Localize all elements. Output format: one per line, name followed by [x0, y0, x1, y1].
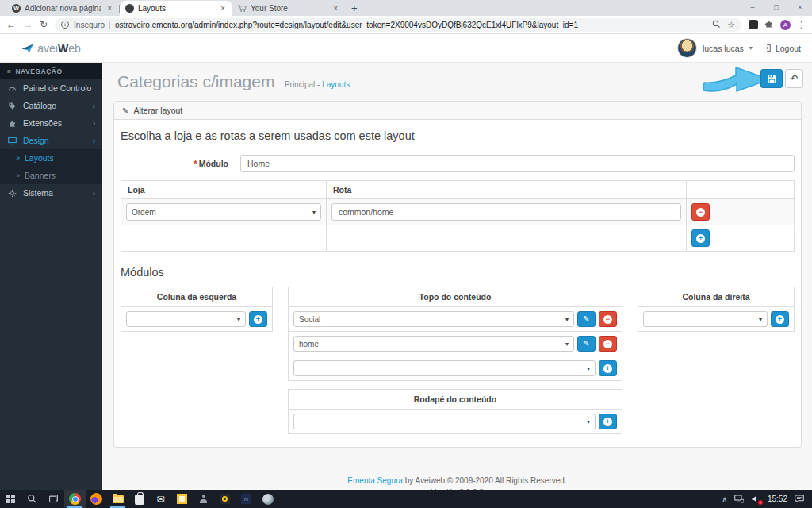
minimize-button[interactable]: – [741, 0, 764, 14]
sidebar-item-painel[interactable]: Painel de Controlo [0, 79, 102, 97]
browser-menu-icon[interactable]: ⋮ [797, 20, 806, 30]
remove-module-button[interactable]: − [599, 336, 617, 352]
forward-icon[interactable]: → [23, 19, 33, 30]
back-button[interactable]: ↶ [785, 69, 803, 88]
app-logo[interactable]: aveiWeb [0, 34, 102, 63]
page-header: Categorias c/imagem Principal - Layouts [102, 63, 812, 99]
taskbar-search-button[interactable] [21, 490, 43, 508]
loja-select[interactable]: Ordem ▾ [126, 203, 321, 221]
network-icon[interactable] [734, 495, 744, 503]
close-button[interactable]: × [788, 0, 812, 14]
task-view-button[interactable] [43, 490, 64, 508]
tab-wordpress[interactable]: W Adicionar nova página - ementa × [6, 1, 119, 16]
sidebar-item-layouts[interactable]: » Layouts [0, 149, 102, 167]
top-module-select-1[interactable]: Social ▾ [293, 311, 574, 327]
sidebar-item-design[interactable]: Design › [0, 132, 102, 149]
browser-profile-avatar[interactable]: A [780, 20, 791, 30]
start-button[interactable] [0, 490, 21, 508]
panel-body: Escolha a loja e as rotas a serem usadas… [114, 120, 801, 447]
sidebar-item-sistema[interactable]: Sistema › [0, 184, 102, 202]
breadcrumb-current[interactable]: Layouts [322, 80, 350, 89]
back-icon[interactable]: ← [6, 19, 16, 30]
modulo-label: *Módulo [121, 159, 228, 168]
sidebar-item-label: Extensões [23, 118, 62, 128]
wordpress-icon: W [12, 4, 21, 13]
sidebar-item-label: Design [23, 136, 49, 145]
address-bar[interactable]: i Inseguro ostraveiro.ementa.org/admin/i… [55, 18, 741, 32]
screen: W Adicionar nova página - ementa × Layou… [0, 0, 812, 508]
taskbar-dark-app-button[interactable]: rs [236, 490, 257, 508]
sub-arrow-icon: » [16, 154, 20, 162]
breadcrumb: Principal - Layouts [285, 80, 350, 89]
new-tab-button[interactable]: + [351, 2, 358, 14]
edit-module-button[interactable]: ✎ [577, 311, 596, 327]
content-bottom-table: Rodapé do conteúdo ▾ + [288, 389, 622, 434]
tab-close-icon[interactable]: × [219, 4, 227, 13]
tab-close-icon[interactable]: × [331, 4, 339, 13]
app-header: lucas lucas ▾ Logout [102, 34, 812, 63]
maximize-button[interactable]: □ [764, 0, 788, 14]
remove-module-button[interactable]: − [599, 311, 617, 327]
notification-center-icon[interactable] [795, 495, 804, 503]
taskbar-disc-button[interactable] [214, 490, 236, 508]
extension-icon[interactable] [749, 20, 758, 29]
taskbar-store-button[interactable] [128, 490, 150, 508]
reload-icon[interactable]: ↻ [40, 19, 48, 30]
section-heading: Escolha a loja e as rotas a serem usadas… [121, 129, 796, 142]
browser-tabbar: W Adicionar nova página - ementa × Layou… [0, 0, 812, 16]
add-route-button[interactable]: + [691, 229, 710, 247]
bottom-module-select[interactable]: ▾ [293, 414, 596, 429]
windows-logo-icon [6, 495, 15, 503]
taskbar-people-button[interactable] [193, 490, 214, 508]
add-right-module-button[interactable]: + [771, 311, 789, 327]
zoom-icon[interactable] [712, 18, 721, 32]
chevron-right-icon: › [93, 189, 95, 198]
taskbar-explorer-button[interactable] [107, 490, 128, 508]
tray-expand-icon[interactable]: ∧ [722, 495, 727, 503]
sticky-note-icon [177, 494, 187, 504]
top-module-select-3[interactable]: ▾ [293, 360, 596, 376]
tab-layouts[interactable]: Layouts × [120, 1, 232, 16]
panel-title: Alterar layout [133, 106, 182, 115]
tab-title: Adicionar nova página - ementa [25, 4, 102, 13]
toolbar-right: A ⋮ [749, 17, 806, 32]
add-bottom-module-button[interactable]: + [599, 414, 617, 429]
tab-close-icon[interactable]: × [105, 4, 113, 13]
logout-button[interactable]: Logout [764, 44, 801, 53]
plus-circle-icon: + [696, 234, 705, 243]
sidebar-item-label: Catálogo [23, 101, 56, 110]
route-row: Ordem ▾ − [121, 199, 795, 225]
right-column: Coluna da direita ▾ + [638, 287, 795, 332]
taskbar-mail-button[interactable]: ✉ [150, 490, 171, 508]
bookmark-star-icon[interactable]: ☆ [727, 20, 735, 30]
right-module-select[interactable]: ▾ [643, 311, 768, 327]
save-button[interactable] [760, 69, 783, 88]
breadcrumb-home[interactable]: Principal [285, 80, 315, 89]
tab-your-store[interactable]: Your Store × [232, 1, 345, 16]
sidebar-item-extensoes[interactable]: Extensões › [0, 114, 102, 132]
content-bottom-title: Rodapé do conteúdo [289, 390, 622, 410]
sidebar-item-catalogo[interactable]: Catálogo › [0, 97, 102, 114]
volume-muted-icon[interactable]: × [751, 495, 760, 503]
url-text[interactable]: ostraveiro.ementa.org/admin/index.php?ro… [115, 21, 707, 29]
add-left-module-button[interactable]: + [249, 311, 267, 327]
user-menu[interactable]: lucas lucas ▾ [677, 38, 753, 58]
edit-module-button[interactable]: ✎ [577, 336, 596, 352]
extensions-puzzle-icon[interactable] [764, 17, 774, 32]
taskbar-notes-button[interactable] [171, 490, 193, 508]
modulo-input[interactable] [240, 155, 795, 172]
top-module-select-2[interactable]: home ▾ [293, 336, 574, 352]
folder-icon [113, 495, 124, 503]
sidebar-item-banners[interactable]: » Banners [0, 167, 102, 184]
rota-input[interactable] [331, 203, 681, 221]
left-module-select[interactable]: ▾ [126, 311, 246, 327]
taskbar-chrome-button[interactable] [64, 490, 86, 508]
page-info-icon[interactable]: i [61, 21, 69, 29]
footer-link[interactable]: Ementa Segura [347, 476, 403, 485]
user-name: lucas lucas [703, 44, 744, 53]
remove-route-button[interactable]: − [691, 203, 710, 221]
add-top-module-button[interactable]: + [599, 360, 617, 376]
clock[interactable]: 15:52 [768, 495, 787, 503]
taskbar-firefox-button[interactable] [86, 490, 107, 508]
taskbar-sphere-app-button[interactable] [257, 490, 278, 508]
